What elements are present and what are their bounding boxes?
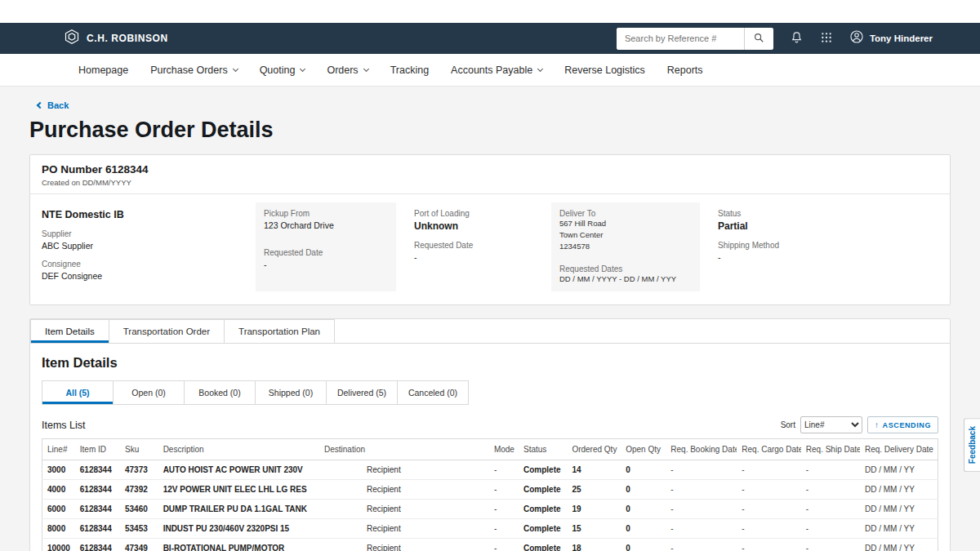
- chevron-down-icon: [363, 65, 369, 71]
- column-header-mode[interactable]: Mode: [489, 439, 519, 460]
- cell-line: 4000: [42, 480, 75, 500]
- cell-open-qty: 0: [621, 460, 666, 480]
- notifications-button[interactable]: [790, 30, 804, 47]
- filter-tab-shipped-0[interactable]: Shipped (0): [255, 380, 327, 405]
- sort-direction-button[interactable]: ↑ ASCENDING: [867, 416, 938, 433]
- cell-sku: 47373: [120, 460, 158, 480]
- window-top-margin: [0, 0, 980, 23]
- deliver-to-line-1: 567 Hill Road: [559, 219, 692, 229]
- nav-item-reverse-logistics[interactable]: Reverse Logistics: [564, 64, 645, 76]
- nav-item-homepage[interactable]: Homepage: [78, 64, 128, 76]
- cell-destination: Recipient: [319, 480, 489, 500]
- column-header-open-qty[interactable]: Open Qty: [621, 439, 666, 460]
- column-header-description[interactable]: Description: [158, 439, 319, 460]
- column-header-req-booking-date[interactable]: Req. Booking Date: [666, 439, 737, 460]
- cell-req-booking-date: -: [666, 480, 737, 500]
- filter-tab-booked-0[interactable]: Booked (0): [184, 380, 256, 405]
- tab-transportation-order[interactable]: Transportation Order: [109, 319, 225, 343]
- nav-item-accounts-payable[interactable]: Accounts Payable: [451, 64, 542, 76]
- table-row[interactable]: 400061283444739212V POWER UNIT ELEC LHL …: [42, 480, 938, 500]
- cell-req-cargo-date: -: [737, 500, 801, 519]
- user-menu[interactable]: Tony Hinderer: [849, 29, 933, 47]
- app-header: C.H. ROBINSON: [0, 23, 980, 54]
- chevron-down-icon: [233, 65, 238, 71]
- page-title: Purchase Order Details: [29, 118, 951, 143]
- brand-logo[interactable]: C.H. ROBINSON: [64, 29, 168, 48]
- user-avatar-icon: [849, 29, 864, 47]
- table-row[interactable]: 6000612834453460DUMP TRAILER PU DA 1.1GA…: [42, 500, 938, 519]
- status-label: Status: [718, 209, 930, 218]
- column-header-req-delivery-date[interactable]: Req. Delivery Date: [860, 439, 938, 460]
- column-header-status[interactable]: Status: [519, 439, 567, 460]
- column-header-sku[interactable]: Sku: [120, 439, 158, 460]
- cell-line: 3000: [42, 460, 75, 480]
- cell-ordered-qty: 19: [567, 500, 621, 519]
- nav-item-tracking[interactable]: Tracking: [390, 64, 429, 76]
- nav-item-label: Reports: [667, 64, 703, 76]
- cell-sku: 53460: [120, 500, 158, 519]
- table-row[interactable]: 3000612834447373AUTO HOIST AC POWER UNIT…: [42, 460, 938, 480]
- sort-label: Sort: [781, 420, 795, 429]
- consignee-label: Consignee: [42, 260, 246, 269]
- search-input[interactable]: [617, 28, 744, 50]
- pickup-from-label: Pickup From: [264, 209, 388, 218]
- tab-item-details[interactable]: Item Details: [30, 319, 109, 343]
- cell-sku: 47349: [120, 539, 158, 551]
- port-of-loading-value: Unknown: [414, 220, 533, 232]
- cell-item-id: 6128344: [75, 460, 120, 480]
- table-row[interactable]: 10000612834447349BI-ROTATIONAL PUMP/MOTO…: [42, 539, 938, 551]
- cell-description: DUMP TRAILER PU DA 1.1GAL TANK: [158, 500, 319, 519]
- feedback-tab[interactable]: Feedback: [964, 418, 980, 472]
- back-link[interactable]: Back: [38, 100, 69, 110]
- nav-item-orders[interactable]: Orders: [327, 64, 368, 76]
- deliver-requested-dates-label: Requested Dates: [559, 264, 692, 273]
- table-row[interactable]: 8000612834453453INDUST PU 230/460V 2320P…: [42, 519, 938, 539]
- shipping-method-value: -: [718, 252, 930, 262]
- cell-req-cargo-date: -: [737, 539, 801, 551]
- cell-description: 12V POWER UNIT ELEC LHL LG RES: [158, 480, 319, 500]
- cell-line: 6000: [42, 500, 75, 519]
- user-name: Tony Hinderer: [870, 33, 933, 43]
- main-nav: HomepagePurchase OrdersQuotingOrdersTrac…: [0, 54, 980, 87]
- nav-item-reports[interactable]: Reports: [667, 64, 703, 76]
- cell-open-qty: 0: [621, 480, 666, 500]
- cell-item-id: 6128344: [75, 480, 120, 500]
- column-header-req-ship-date[interactable]: Req. Ship Date: [801, 439, 860, 460]
- filter-tab-open-0[interactable]: Open (0): [113, 380, 185, 405]
- cell-req-delivery-date: DD / MM / YY: [860, 480, 938, 500]
- po-number: PO Number 6128344: [42, 163, 938, 176]
- column-header-item-id[interactable]: Item ID: [75, 439, 120, 460]
- apps-button[interactable]: [820, 31, 833, 47]
- cell-req-ship-date: -: [801, 519, 860, 539]
- column-header-ordered-qty[interactable]: Ordered Qty: [567, 439, 621, 460]
- cell-description: AUTO HOIST AC POWER UNIT 230V: [158, 460, 319, 480]
- po-created-on: Created on DD/MM/YYYY: [42, 178, 938, 187]
- nav-item-purchase-orders[interactable]: Purchase Orders: [150, 64, 237, 76]
- items-table: Line#Item IDSkuDescriptionDestinationMod…: [42, 438, 938, 551]
- filter-tab-all-5[interactable]: All (5): [42, 380, 114, 405]
- nav-item-quoting[interactable]: Quoting: [260, 64, 305, 76]
- filter-tab-delivered-5[interactable]: Delivered (5): [326, 380, 398, 405]
- cell-ordered-qty: 25: [567, 480, 621, 500]
- deliver-to-line-2: Town Center: [559, 230, 692, 241]
- column-header-line[interactable]: Line#: [42, 439, 75, 460]
- consignee-value: DEF Consignee: [42, 271, 246, 281]
- status-value: Partial: [718, 220, 930, 232]
- cell-status: Complete: [519, 460, 567, 480]
- column-header-destination[interactable]: Destination: [319, 439, 489, 460]
- search-button[interactable]: [744, 28, 773, 50]
- column-header-req-cargo-date[interactable]: Req. Cargo Date: [737, 439, 801, 460]
- cell-line: 8000: [42, 519, 75, 539]
- nav-item-label: Orders: [327, 64, 358, 76]
- sort-select[interactable]: Line#: [800, 416, 862, 433]
- nav-item-label: Purchase Orders: [150, 64, 227, 76]
- cell-status: Complete: [519, 519, 567, 539]
- cell-mode: -: [489, 500, 519, 519]
- cell-line: 10000: [42, 539, 75, 551]
- tab-transportation-plan[interactable]: Transportation Plan: [224, 319, 335, 343]
- port-requested-date-value: -: [414, 252, 533, 262]
- pickup-requested-date-value: -: [264, 260, 388, 269]
- cell-open-qty: 0: [621, 539, 666, 551]
- filter-tab-canceled-0[interactable]: Canceled (0): [397, 380, 469, 405]
- cell-destination: Recipient: [319, 519, 489, 539]
